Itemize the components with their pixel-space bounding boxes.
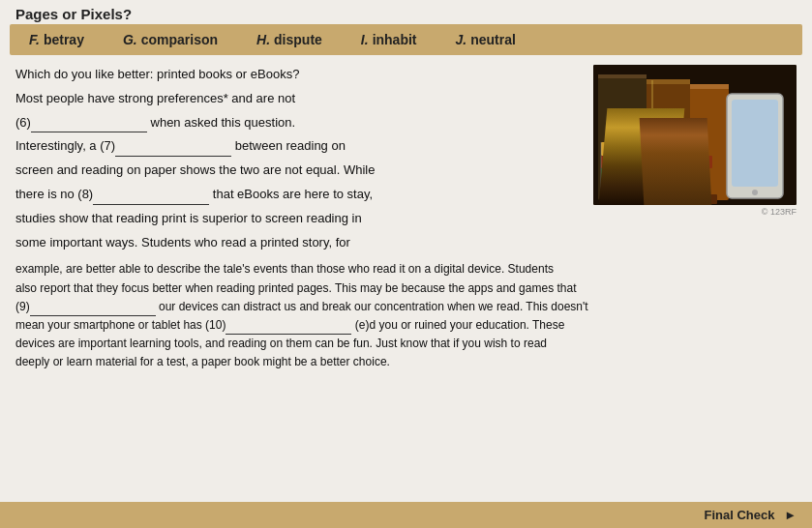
text-between: between reading on xyxy=(235,138,346,153)
vocab-letter-f: F. xyxy=(29,32,40,47)
blank-6 xyxy=(31,119,147,132)
blank-9 xyxy=(30,304,156,316)
svg-rect-10 xyxy=(601,181,709,194)
blank-8 xyxy=(93,191,209,205)
vocab-item-i: I. inhabit xyxy=(361,32,417,47)
vocab-item-g: G. comparison xyxy=(123,32,218,47)
para-also: also report that they focus better when … xyxy=(15,279,797,298)
vocab-word-comparison: comparison xyxy=(141,32,218,47)
vocab-word-inhabit: inhabit xyxy=(373,32,417,47)
paragraph-line8: some important ways. Students who read a… xyxy=(15,233,580,253)
paragraph-line5: screen and reading on paper shows the tw… xyxy=(15,161,580,181)
text-that: that eBooks are here to stay, xyxy=(213,187,373,201)
books-svg xyxy=(593,65,797,205)
text-our: our devices can distract us and break ou… xyxy=(159,300,588,313)
text-most-people: Most people have strong preferences* and… xyxy=(15,91,295,105)
vocab-letter-g: G. xyxy=(123,32,137,47)
blank-10 xyxy=(226,322,351,335)
svg-rect-14 xyxy=(732,100,778,187)
title-text: Pages or Pixels? xyxy=(15,6,132,22)
vocab-word-dispute: dispute xyxy=(274,32,322,47)
paragraph-line4: Interestingly, a (7) between reading on xyxy=(15,136,580,157)
svg-point-15 xyxy=(752,190,758,195)
text-eld: (e)d you or ruined your education. These xyxy=(355,318,565,332)
text-devices: devices are important learning tools, an… xyxy=(15,337,547,350)
blank-9-label: (9) xyxy=(15,300,30,313)
text-example: example, are better able to describe the… xyxy=(15,262,554,276)
paragraph-line1: Which do you like better: printed books … xyxy=(15,65,580,85)
text-deeply: deeply or learn material for a test, a p… xyxy=(15,355,390,368)
para-9: (9) our devices can distract us and brea… xyxy=(15,298,797,316)
text-some: some important ways. Students who read a… xyxy=(15,235,350,249)
paragraph-bottom: example, are better able to describe the… xyxy=(0,260,812,371)
blank-7 xyxy=(115,143,231,157)
bottom-label: Final Check xyxy=(705,508,775,522)
vocab-item-f: F. betray xyxy=(29,32,84,47)
text-studies: studies show that reading print is super… xyxy=(15,211,362,225)
para-example: example, are better able to describe the… xyxy=(15,260,797,279)
text-mean: mean your smartphone or tablet has (10) xyxy=(15,318,226,332)
bottom-bar: Final Check ► xyxy=(0,502,812,528)
vocab-word-neutral: neutral xyxy=(470,32,516,47)
text-there: there is no (8) xyxy=(15,187,93,201)
svg-rect-7 xyxy=(601,142,707,156)
text-which-do: Which do you like better: printed books … xyxy=(15,67,299,81)
text-block-left: Which do you like better: printed books … xyxy=(15,65,580,256)
image-block: © 123RF xyxy=(593,65,797,256)
text-screen: screen and reading on paper shows the tw… xyxy=(15,162,375,177)
para-deeply: deeply or learn material for a test, a p… xyxy=(15,353,797,371)
image-credit: © 123RF xyxy=(593,207,797,217)
vocab-item-j: J. neutral xyxy=(456,32,516,47)
page-container: Pages or Pixels? F. betray G. comparison… xyxy=(0,0,812,528)
text-also: also report that they focus better when … xyxy=(15,281,576,295)
vocab-letter-h: H. xyxy=(256,32,270,47)
paragraph-line2: Most people have strong preferences* and… xyxy=(15,89,580,109)
paragraph-line7: studies show that reading print is super… xyxy=(15,209,580,229)
vocab-item-h: H. dispute xyxy=(256,32,322,47)
text-interestingly: Interestingly, a (7) xyxy=(15,138,115,153)
vocab-word-betray: betray xyxy=(44,32,84,47)
svg-rect-6 xyxy=(598,74,647,78)
vocab-letter-i: I. xyxy=(361,32,369,47)
para-mean: mean your smartphone or tablet has (10) … xyxy=(15,316,797,335)
svg-rect-9 xyxy=(601,168,706,181)
svg-rect-8 xyxy=(601,156,712,168)
para-devices: devices are important learning tools, an… xyxy=(15,335,797,353)
svg-rect-4 xyxy=(690,84,729,200)
vocab-letter-j: J. xyxy=(456,32,467,47)
paragraph-line6: there is no (8) that eBooks are here to … xyxy=(15,185,580,205)
svg-rect-1 xyxy=(598,74,647,200)
book-stack xyxy=(593,65,797,205)
book-image xyxy=(593,65,797,205)
paragraph-line3: (6) when asked this question. xyxy=(15,113,580,133)
svg-rect-16 xyxy=(651,80,653,200)
svg-rect-11 xyxy=(601,194,717,204)
blank-6-label: (6) xyxy=(15,115,31,130)
main-content: Which do you like better: printed books … xyxy=(0,55,812,256)
page-title: Pages or Pixels? xyxy=(0,0,812,24)
svg-rect-5 xyxy=(690,84,729,89)
vocab-bar: F. betray G. comparison H. dispute I. in… xyxy=(10,24,802,55)
text-when-asked: when asked this question. xyxy=(151,115,296,130)
arrow-icon: ► xyxy=(784,508,797,522)
